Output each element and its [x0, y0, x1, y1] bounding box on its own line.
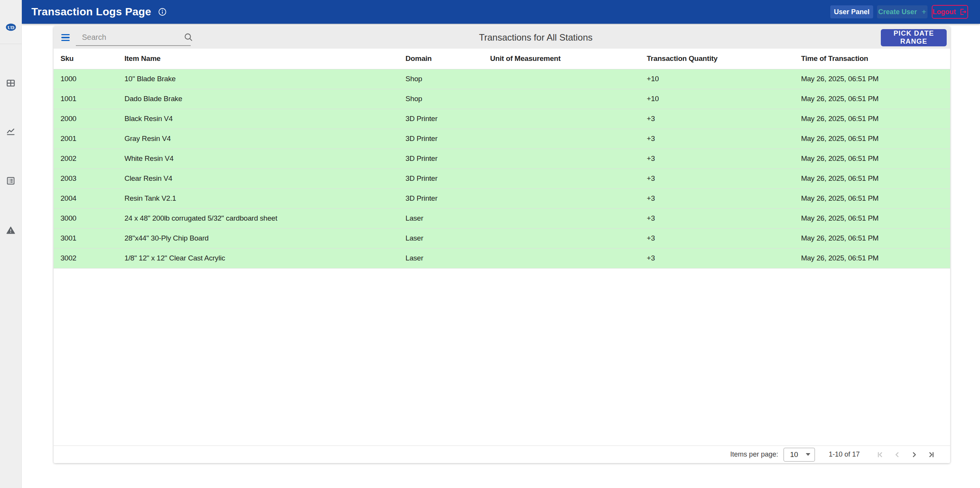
cell-unit [483, 208, 640, 228]
cell-sku: 2002 [54, 149, 118, 169]
app-header: Transaction Logs Page User Panel Create … [22, 0, 980, 24]
table-row[interactable]: 2004Resin Tank V2.13D Printer+3May 26, 2… [54, 188, 950, 208]
ud-logo[interactable]: UD [6, 23, 16, 33]
cell-sku: 1000 [54, 69, 118, 89]
next-page-button[interactable] [906, 446, 923, 463]
cell-sku: 1001 [54, 89, 118, 109]
column-header-sku: Sku [54, 49, 118, 69]
cell-sku: 3001 [54, 228, 118, 248]
chevron-left-icon [892, 450, 902, 460]
table-row[interactable]: 100010" Blade BrakeShop+10May 26, 2025, … [54, 69, 950, 89]
user-panel-button[interactable]: User Panel [830, 5, 873, 18]
cell-domain: 3D Printer [399, 188, 483, 208]
table-row[interactable]: 2002White Resin V43D Printer+3May 26, 20… [54, 149, 950, 169]
cell-item: 24 x 48" 200lb corrugated 5/32" cardboar… [118, 208, 399, 228]
plus-icon: + [921, 7, 926, 16]
cell-qty: +3 [640, 129, 794, 149]
table-row[interactable]: 1001Dado Blade BrakeShop+10May 26, 2025,… [54, 89, 950, 109]
transactions-table: Sku Item Name Domain Unit of Measurement… [54, 49, 950, 269]
cell-unit [483, 109, 640, 129]
items-per-page-label: Items per page: [730, 450, 778, 459]
menu-icon[interactable] [60, 32, 71, 43]
page-title: Transaction Logs Page [31, 6, 151, 18]
cell-domain: Laser [399, 248, 483, 268]
create-user-button[interactable]: Create User + [877, 5, 928, 18]
cell-time: May 26, 2025, 06:51 PM [794, 129, 950, 149]
table-row[interactable]: 300128"x44" 30-Ply Chip BoardLaser+3May … [54, 228, 950, 248]
logout-button[interactable]: Logout [932, 5, 968, 19]
cell-item: Resin Tank V2.1 [118, 188, 399, 208]
cell-sku: 3002 [54, 248, 118, 268]
cell-time: May 26, 2025, 06:51 PM [794, 69, 950, 89]
chevron-down-icon [806, 453, 810, 456]
cell-domain: Laser [399, 208, 483, 228]
table-empty-area [54, 269, 950, 446]
cell-sku: 2000 [54, 109, 118, 129]
pick-date-range-button[interactable]: PICK DATE RANGE [881, 29, 947, 46]
cell-time: May 26, 2025, 06:51 PM [794, 169, 950, 188]
cell-item: Clear Resin V4 [118, 169, 399, 188]
ud-logo-icon: UD [6, 23, 16, 31]
sidebar-item-charts[interactable] [6, 127, 16, 137]
table-row[interactable]: 2001Gray Resin V43D Printer+3May 26, 202… [54, 129, 950, 149]
sidebar-divider [0, 44, 22, 44]
column-header-item-name: Item Name [118, 49, 399, 69]
cell-time: May 26, 2025, 06:51 PM [794, 188, 950, 208]
table-row[interactable]: 2000Black Resin V43D Printer+3May 26, 20… [54, 109, 950, 129]
table-row[interactable]: 2003Clear Resin V43D Printer+3May 26, 20… [54, 169, 950, 188]
cell-qty: +3 [640, 188, 794, 208]
sidebar-item-alerts[interactable] [6, 225, 16, 235]
table-row[interactable]: 300024 x 48" 200lb corrugated 5/32" card… [54, 208, 950, 228]
search-input[interactable] [76, 33, 183, 42]
cell-unit [483, 169, 640, 188]
transactions-table-body: 100010" Blade BrakeShop+10May 26, 2025, … [54, 69, 950, 268]
cell-qty: +10 [640, 89, 794, 109]
cell-unit [483, 248, 640, 268]
cell-time: May 26, 2025, 06:51 PM [794, 89, 950, 109]
cell-unit [483, 228, 640, 248]
cell-qty: +3 [640, 228, 794, 248]
cell-unit [483, 69, 640, 89]
table-grid-icon [6, 78, 16, 88]
logout-icon [959, 8, 967, 16]
cell-unit [483, 149, 640, 169]
cell-item: 1/8" 12" x 12" Clear Cast Acrylic [118, 248, 399, 268]
paginator: Items per page: 10 1-10 of 17 [54, 445, 950, 463]
cell-sku: 2003 [54, 169, 118, 188]
page-range-label: 1-10 of 17 [829, 450, 860, 459]
sidebar: UD [0, 0, 22, 488]
first-page-button[interactable] [872, 446, 889, 463]
cell-time: May 26, 2025, 06:51 PM [794, 208, 950, 228]
first-page-icon [875, 450, 885, 460]
last-page-button[interactable] [923, 446, 939, 463]
list-icon [6, 176, 16, 186]
line-chart-icon [6, 127, 16, 137]
cell-qty: +3 [640, 169, 794, 188]
cell-qty: +3 [640, 109, 794, 129]
cell-domain: 3D Printer [399, 169, 483, 188]
svg-text:UD: UD [7, 25, 14, 30]
cell-item: Dado Blade Brake [118, 89, 399, 109]
items-per-page-select[interactable]: 10 [784, 448, 815, 462]
cell-time: May 26, 2025, 06:51 PM [794, 149, 950, 169]
table-row[interactable]: 30021/8" 12" x 12" Clear Cast AcrylicLas… [54, 248, 950, 268]
cell-unit [483, 129, 640, 149]
chevron-right-icon [909, 450, 919, 460]
cell-unit [483, 89, 640, 109]
cell-sku: 2004 [54, 188, 118, 208]
cell-sku: 2001 [54, 129, 118, 149]
last-page-icon [926, 450, 936, 460]
search-field [76, 29, 191, 46]
sidebar-item-logs[interactable] [6, 176, 16, 186]
info-icon[interactable] [158, 7, 167, 16]
cell-qty: +3 [640, 208, 794, 228]
cell-domain: 3D Printer [399, 129, 483, 149]
sidebar-item-tables[interactable] [6, 78, 16, 88]
previous-page-button[interactable] [889, 446, 906, 463]
column-header-time: Time of Transaction [794, 49, 950, 69]
cell-time: May 26, 2025, 06:51 PM [794, 228, 950, 248]
warning-icon [6, 225, 16, 235]
logout-label: Logout [933, 8, 956, 16]
cell-item: White Resin V4 [118, 149, 399, 169]
column-header-unit: Unit of Measurement [483, 49, 640, 69]
